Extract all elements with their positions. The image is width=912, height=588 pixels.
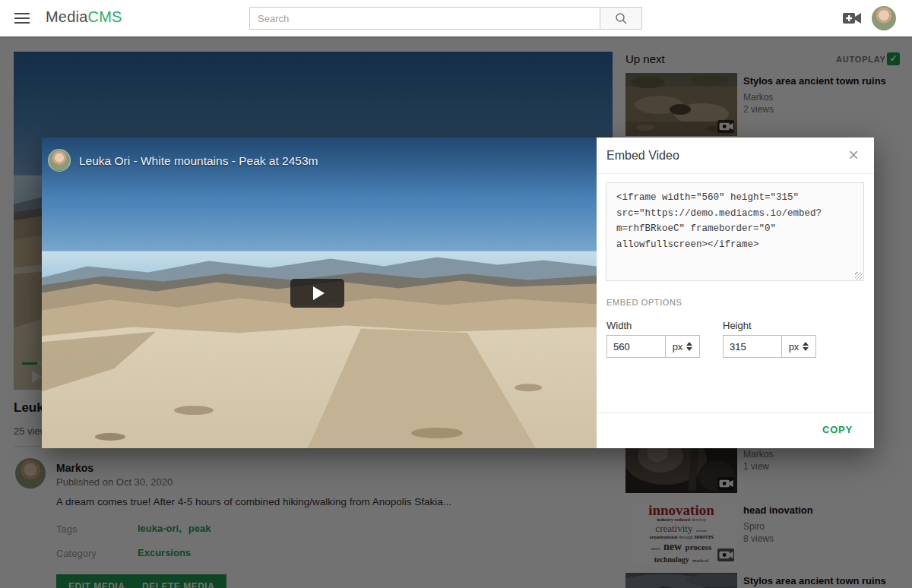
unit-label: px <box>673 341 683 352</box>
modal-footer: COPY <box>597 413 874 448</box>
search-bar <box>249 7 642 30</box>
embed-code-textarea[interactable]: <iframe width="560" height="315" src="ht… <box>606 182 864 281</box>
resize-handle[interactable] <box>855 272 863 280</box>
modal-header: Embed Video × <box>597 138 874 174</box>
search-input[interactable] <box>249 7 600 30</box>
embed-options-label: EMBED OPTIONS <box>606 298 682 307</box>
upload-video-icon[interactable] <box>842 11 862 26</box>
height-label: Height <box>723 320 752 331</box>
stepper-icon[interactable] <box>803 342 809 351</box>
copy-button[interactable]: COPY <box>822 424 853 435</box>
user-avatar[interactable] <box>872 6 896 30</box>
play-icon <box>313 286 325 300</box>
height-field: px <box>723 335 816 358</box>
app-root: Leuka Ori - White mountains - Peak at 24… <box>0 0 912 588</box>
width-label: Width <box>606 320 632 331</box>
embed-video-modal: Leuka Ori - White mountains - Peak at 24… <box>42 138 874 448</box>
search-button[interactable] <box>600 7 642 30</box>
logo-text-media: Media <box>46 8 87 25</box>
embed-code-line: m=rhfBRkoeC" frameborder="0" <box>616 221 853 237</box>
video-title-overlay: Leuka Ori - White mountains - Peak at 24… <box>42 138 597 198</box>
modal-title: Embed Video <box>606 149 679 163</box>
unit-label: px <box>789 341 800 352</box>
close-icon[interactable]: × <box>842 144 865 166</box>
video-author-avatar[interactable] <box>48 149 71 172</box>
embed-code-line: allowfullscreen></iframe> <box>616 237 853 253</box>
play-button[interactable] <box>290 279 344 308</box>
width-field: px <box>606 335 700 358</box>
height-unit-select[interactable]: px <box>781 335 816 358</box>
video-title: Leuka Ori - White mountains - Peak at 24… <box>79 154 318 168</box>
width-unit-select[interactable]: px <box>665 335 700 358</box>
embed-code-line: src="https://demo.mediacms.io/embed? <box>616 206 853 222</box>
embed-options-panel: Embed Video × <iframe width="560" height… <box>597 138 874 448</box>
hamburger-menu-icon[interactable] <box>14 11 30 25</box>
embed-video-preview[interactable]: Leuka Ori - White mountains - Peak at 24… <box>42 138 597 448</box>
stepper-icon[interactable] <box>686 342 692 351</box>
embed-code-line: <iframe width="560" height="315" <box>616 190 853 206</box>
height-input[interactable] <box>723 335 782 358</box>
logo-text-cms: CMS <box>87 8 122 25</box>
width-input[interactable] <box>606 335 666 358</box>
top-navbar: MediaCMS <box>0 0 912 36</box>
app-logo[interactable]: MediaCMS <box>46 8 122 26</box>
search-icon <box>615 12 628 25</box>
